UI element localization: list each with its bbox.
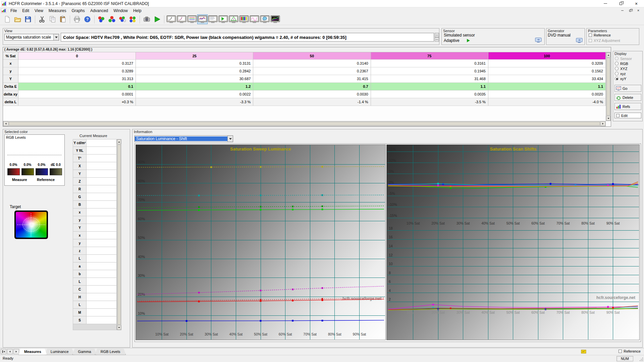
measure-row-value[interactable] — [87, 155, 117, 162]
next-tab-button[interactable] — [13, 349, 19, 354]
table-cell[interactable]: 1.1 — [371, 83, 488, 90]
sensor-config-button[interactable] — [534, 37, 542, 43]
mdi-restore-button[interactable] — [627, 8, 634, 13]
measure-row-value[interactable] — [87, 185, 117, 193]
sensor-run-icon[interactable] — [467, 39, 470, 42]
chevron-down-icon[interactable] — [53, 34, 59, 40]
reference-checkbox[interactable] — [619, 350, 622, 353]
measure-row-value[interactable] — [87, 147, 117, 155]
column-header-75[interactable]: 75 — [371, 52, 488, 60]
scroll-right-icon[interactable] — [600, 121, 605, 126]
refs-button[interactable]: Refs — [614, 103, 641, 110]
chevron-down-icon[interactable] — [227, 136, 233, 142]
table-cell[interactable]: 0.1 — [18, 83, 136, 90]
scroll-down-icon[interactable] — [117, 325, 121, 330]
radio-rgb[interactable]: RGB — [613, 61, 642, 66]
spin-up-button[interactable] — [435, 33, 439, 37]
minimize-button[interactable] — [598, 0, 613, 7]
view-gamma-button[interactable] — [166, 14, 176, 24]
table-cell[interactable]: 0.0001 — [18, 90, 136, 98]
menu-window[interactable]: Window — [111, 8, 130, 14]
measure-row-value[interactable] — [87, 208, 117, 216]
measure-row-value[interactable] — [87, 255, 117, 262]
table-cell[interactable]: 0.0022 — [136, 90, 253, 98]
copy-button[interactable] — [47, 14, 58, 24]
save-file-button[interactable] — [23, 14, 33, 24]
edit-checkbox-row[interactable]: Edit — [614, 113, 641, 118]
measure-row-value[interactable] — [87, 178, 117, 185]
menu-file[interactable]: File — [8, 8, 19, 14]
cut-button[interactable] — [37, 14, 47, 24]
view-spectrum-button[interactable] — [249, 14, 260, 24]
table-cell[interactable]: 1.2 — [136, 83, 253, 90]
measure-row-value[interactable] — [87, 278, 117, 286]
edit-checkbox[interactable] — [616, 114, 620, 117]
table-cell[interactable]: +0.3 % — [18, 98, 136, 106]
view-measures-grid-button[interactable] — [270, 14, 280, 24]
scroll-up-icon[interactable] — [117, 139, 121, 144]
table-cell[interactable]: -4.0 % — [488, 98, 606, 106]
table-cell[interactable]: 0.7 — [253, 83, 371, 90]
prev-tab-button[interactable] — [7, 349, 13, 354]
menu-advanced[interactable]: Advanced — [88, 8, 111, 14]
measure-row-value[interactable] — [87, 162, 117, 170]
view-luminance-button[interactable] — [176, 14, 187, 24]
measure-row-value[interactable] — [87, 239, 117, 247]
menu-measures[interactable]: Measures — [46, 8, 69, 14]
table-cell[interactable]: 0.0020 — [488, 90, 606, 98]
measure-row-value[interactable] — [87, 309, 117, 316]
view-rgb-levels-button[interactable] — [187, 14, 197, 24]
scrollbar-thumb[interactable] — [606, 58, 610, 116]
view-log-button[interactable] — [208, 14, 218, 24]
menu-edit[interactable]: Edit — [19, 8, 32, 14]
view-cie-diagram-button[interactable] — [260, 14, 270, 24]
spin-down-button[interactable] — [435, 37, 439, 42]
delete-button[interactable]: Delete — [614, 94, 641, 101]
view-color-bars-button[interactable] — [239, 14, 249, 24]
table-cell[interactable]: 31.415 — [253, 75, 371, 83]
generator-config-button[interactable] — [575, 37, 583, 44]
measure-row-value[interactable] — [87, 262, 117, 270]
reference-checkbox[interactable] — [589, 34, 592, 37]
snapshot-camera-button[interactable] — [142, 14, 152, 24]
menu-graphs[interactable]: Graphs — [69, 8, 88, 14]
table-cell[interactable]: 31.313 — [18, 75, 136, 83]
table-cell[interactable]: 0.3127 — [18, 60, 136, 67]
open-file-button[interactable] — [12, 14, 23, 24]
column-header-50[interactable]: 50 — [253, 52, 371, 60]
table-cell[interactable]: 0.0030 — [253, 90, 371, 98]
measure-rgb-primaries-button[interactable] — [107, 14, 117, 24]
scrollbar-thumb[interactable] — [9, 122, 600, 126]
table-vertical-scrollbar[interactable] — [606, 52, 611, 121]
table-cell[interactable]: 0.2367 — [253, 67, 371, 75]
menu-help[interactable]: Help — [130, 8, 144, 14]
view-free-measures-button[interactable] — [218, 14, 228, 24]
tab-luminance[interactable]: Luminance — [45, 349, 74, 355]
menu-view[interactable]: View — [32, 8, 46, 14]
measure-row-value[interactable] — [87, 286, 117, 293]
document-icon[interactable] — [1, 8, 6, 13]
table-cell[interactable]: 0.2842 — [136, 67, 253, 75]
measure-row-value[interactable] — [87, 247, 117, 255]
measure-row-value[interactable] — [87, 201, 117, 208]
table-cell[interactable]: 33.434 — [488, 75, 606, 83]
table-cell[interactable]: 0.3161 — [371, 60, 488, 67]
table-cell[interactable]: 31.468 — [371, 75, 488, 83]
column-header-25[interactable]: 25 — [136, 52, 253, 60]
radio-xyz[interactable]: xyz — [613, 71, 642, 76]
paste-button[interactable] — [58, 14, 68, 24]
measure-full-button[interactable] — [127, 14, 138, 24]
new-document-button[interactable] — [2, 14, 12, 24]
go-button[interactable]: Go — [614, 85, 641, 92]
measure-row-value[interactable] — [87, 301, 117, 309]
resize-grip[interactable] — [639, 357, 644, 362]
tab-rgb-levels[interactable]: RGB Levels — [95, 349, 126, 355]
table-cell[interactable]: -3.5 % — [371, 98, 488, 106]
table-cell[interactable]: -1.4 % — [253, 98, 371, 106]
radio-sensor[interactable]: Sensor — [613, 56, 642, 61]
restore-button[interactable] — [613, 0, 629, 7]
mdi-close-button[interactable]: × — [635, 8, 642, 13]
table-cell[interactable]: 0.3140 — [253, 60, 371, 67]
table-cell[interactable]: -3.3 % — [136, 98, 253, 106]
reference-checkbox-row[interactable]: Reference — [619, 349, 641, 353]
